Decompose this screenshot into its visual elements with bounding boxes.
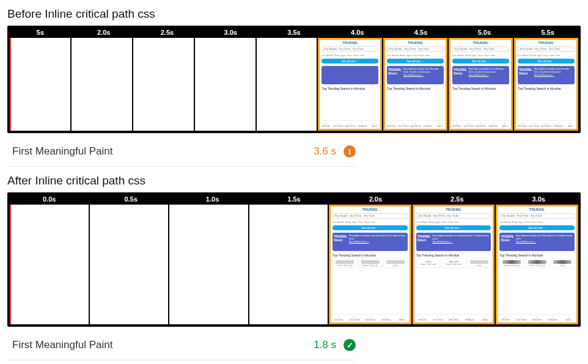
chip: Fuel	[419, 54, 424, 57]
nav-item: FAVOURITE	[475, 121, 487, 129]
filter-chips: Car Model Body Type Price Fuel Year	[387, 54, 444, 57]
frame-render: TRUEBIL Any Model · Any Price · Any Fuel…	[318, 38, 382, 131]
nav-item: TEST DRIVE	[528, 121, 540, 129]
mini-app: TRUEBIL Any Model · Any Price · Any Fuel…	[320, 40, 380, 129]
frame-blank	[10, 38, 70, 131]
metric-label: First Meaningful Paint	[12, 339, 306, 351]
ts: 5.0s	[452, 27, 516, 38]
trending-heading: Top Trending Search in Mumbai	[333, 253, 408, 257]
brand-logo: TRUEBIL	[331, 206, 410, 212]
nav-item: FAVOURITE	[529, 315, 545, 322]
chip: Body Type	[400, 54, 411, 57]
frame-blank	[169, 205, 248, 324]
search-input: Any Model · Any Price · Any Fuel	[452, 46, 509, 52]
see-all-button: See all cars →	[416, 225, 491, 230]
nav-item: BROWSE	[414, 315, 430, 322]
nav-item: MENU	[433, 121, 446, 129]
mini-app: TRUEBIL Any Model · Any Price · Any Fuel…	[414, 206, 493, 322]
chip: Price	[441, 220, 447, 224]
nav-item: PREMIUM	[422, 121, 434, 129]
brand-logo: TRUEBIL	[385, 40, 446, 45]
search-input: Any Model · Any Price · Any Fuel	[499, 213, 575, 219]
info-icon: i	[344, 145, 356, 158]
promo-banner: TRUEBIL Direct Buy highest quality cars …	[416, 233, 491, 251]
nav-item: FAVOURITE	[540, 121, 553, 129]
banner-link: See all Direct cars →	[433, 241, 490, 243]
nav-item: TEST DRIVE	[397, 121, 410, 129]
bottom-nav: BROWSE TEST DRIVE FAVOURITE PREMIUM MENU	[414, 314, 493, 322]
nav-item: PREMIUM	[545, 315, 561, 322]
nav-item: MENU	[499, 121, 511, 129]
tile: Unde	[551, 258, 575, 268]
frame-render: TRUEBIL Any Model · Any Price · Any Fuel…	[514, 38, 578, 131]
chip: Fuel	[485, 54, 490, 57]
bottom-nav: BROWSE TEST DRIVE FAVOURITE PREMIUM MENU	[516, 120, 576, 129]
chip: Body Type	[531, 54, 542, 57]
nav-item: FAVOURITE	[410, 121, 422, 129]
banner-logo-sub: Direct	[334, 238, 347, 242]
metric-value: 1.8 s	[314, 339, 336, 351]
banner-logo-sub: Direct	[501, 238, 514, 242]
chip: Fuel	[448, 220, 453, 224]
chip: Price	[358, 220, 364, 224]
nav-item: FAVOURITE	[344, 121, 356, 129]
search-input: Any Model · Any Price · Any Fuel	[322, 46, 378, 52]
banner-link: See all Direct cars →	[469, 74, 508, 76]
chip: Fuel	[550, 54, 555, 57]
search-input: Any Model · Any Price · Any Fuel	[518, 46, 575, 52]
mini-app: TRUEBIL Any Model · Any Price · Any Fuel…	[498, 206, 576, 322]
ts: 4.5s	[389, 27, 453, 38]
mini-app: TRUEBIL Any Model · Any Price · Any Fuel…	[385, 40, 446, 129]
ts: 0.0s	[9, 194, 90, 205]
tile: WAGONRUnder 5.00 Lakh	[441, 258, 466, 268]
before-title: Before Inline critical path css	[7, 7, 581, 21]
promo-banner: TRUEBIL Direct Buy highest quality cars …	[518, 66, 575, 84]
bottom-nav: BROWSE TEST DRIVE FAVOURITE PREMIUM MENU	[320, 120, 380, 129]
search-input: Any Model · Any Price · Any Fuel	[416, 213, 491, 219]
tiles-row: SWIFTUnder 3.00 Lakh WAGONRUnder 5.00 La…	[416, 258, 491, 268]
after-title: After Inline critical path css	[7, 174, 581, 187]
ts: 2.0s	[335, 194, 416, 205]
nav-item: MENU	[394, 315, 410, 322]
nav-item: MENU	[477, 315, 493, 322]
ts: 1.5s	[253, 194, 334, 205]
nav-item: TEST DRIVE	[513, 315, 529, 322]
ts: 4.0s	[326, 27, 389, 38]
chip: Price	[347, 54, 353, 57]
frame-blank	[90, 205, 169, 324]
nav-item: TEST DRIVE	[332, 121, 344, 129]
bottom-nav: BROWSE TEST DRIVE FAVOURITE PREMIUM MENU	[450, 120, 511, 129]
chip: Price	[413, 54, 418, 57]
nav-item: MENU	[369, 121, 381, 129]
promo-banner-skeleton	[322, 66, 378, 84]
frame-render: TRUEBIL Any Model · Any Price · Any Fuel…	[449, 38, 513, 131]
trending-heading: Top Trending Search in Mumbai	[499, 253, 575, 257]
metric-after: First Meaningful Paint 1.8 s ✓	[7, 327, 356, 360]
tile: Under 5.00 Lakh	[358, 258, 383, 268]
mini-app: TRUEBIL Any Model · Any Price · Any Fuel…	[516, 40, 576, 129]
ts: 3.5s	[262, 27, 326, 38]
chip: Car Model	[322, 54, 333, 57]
brand-logo: TRUEBIL	[320, 40, 380, 45]
nav-item: PREMIUM	[461, 315, 477, 322]
nav-item: BROWSE	[450, 121, 463, 129]
chip: Body Type	[334, 54, 346, 57]
banner-link: See all Direct cars →	[349, 241, 406, 243]
see-all-button: See all cars →	[518, 59, 575, 64]
trending-heading: Top Trending Search in Mumbai	[518, 87, 575, 90]
banner-link: See all Direct cars →	[403, 74, 443, 76]
brand-logo: TRUEBIL	[414, 206, 493, 212]
see-all-button: See all cars →	[333, 225, 408, 230]
chip: Year	[360, 54, 365, 57]
ts: 3.0s	[199, 27, 262, 38]
tile: Unde	[467, 258, 491, 268]
banner-text: Buy highest quality cars Directly from T…	[516, 235, 573, 241]
filter-chips: Car Model Body Type Price Fuel Year	[322, 54, 378, 57]
frame-render: TRUEBIL Any Model · Any Price · Any Fuel…	[496, 205, 578, 324]
frames-row: TRUEBIL Any Model · Any Price · Any Fuel…	[9, 38, 579, 132]
tile: SWIFTUnder 3.00 Lakh	[416, 258, 441, 268]
banner-logo-sub: Direct	[519, 71, 532, 75]
banner-text: Buy highest quality cars Directly from T…	[403, 68, 443, 74]
nav-item: PREMIUM	[356, 121, 369, 129]
mini-app: TRUEBIL Any Model · Any Price · Any Fuel…	[331, 206, 410, 322]
